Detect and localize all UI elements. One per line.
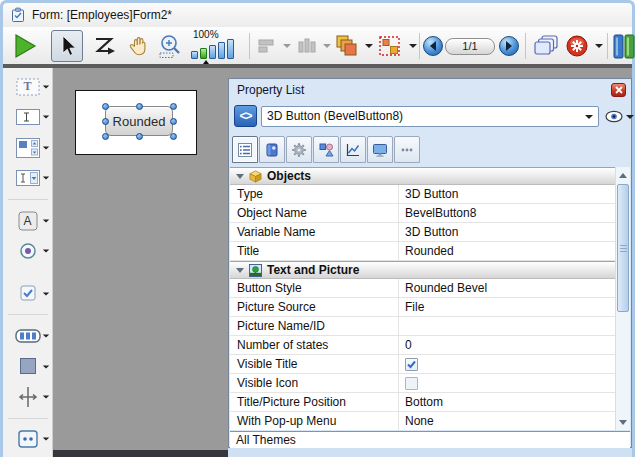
form-pages-button[interactable] (530, 30, 562, 62)
chevron-down-icon[interactable] (42, 250, 48, 253)
sidebar-tool-listbox[interactable] (5, 135, 51, 160)
property-value[interactable]: 3D Button (398, 185, 615, 203)
distribute-button-disabled (295, 30, 319, 62)
chevron-down-icon[interactable] (42, 85, 48, 88)
zoom-bars-icon[interactable] (191, 39, 234, 59)
sidebar-tool-plugin[interactable] (5, 426, 51, 451)
property-value[interactable] (398, 355, 615, 373)
section-header[interactable]: Text and Picture (230, 261, 615, 279)
selection-handle-e[interactable] (170, 118, 177, 125)
property-tab-more[interactable] (394, 136, 420, 163)
disclosure-triangle-icon[interactable] (236, 268, 244, 273)
picture-icon (249, 264, 262, 277)
layers-button[interactable] (333, 30, 361, 62)
property-tab-shapes[interactable] (313, 136, 339, 163)
property-value[interactable]: Bottom (398, 393, 615, 411)
sidebar-tool-radio[interactable] (5, 238, 51, 263)
property-value[interactable]: Rounded (398, 242, 615, 260)
property-tab-book[interactable] (259, 136, 285, 163)
property-row: TitleRounded (230, 242, 615, 261)
zoom-bar-3[interactable] (209, 45, 216, 59)
previous-page-button[interactable] (423, 36, 443, 56)
object-nav-button[interactable]: <> (234, 105, 257, 127)
chevron-down-icon[interactable] (42, 146, 48, 149)
property-value[interactable]: 3D Button (398, 223, 615, 241)
sidebar-tool-combo[interactable] (5, 165, 51, 190)
sidebar-tool-button[interactable]: A (5, 208, 51, 233)
property-list-titlebar[interactable]: Property List (229, 79, 631, 101)
property-value[interactable]: 0 (398, 336, 615, 354)
library-button[interactable] (612, 30, 635, 62)
sidebar-tool-checkbox[interactable] (5, 281, 51, 306)
chevron-down-icon[interactable] (42, 292, 48, 295)
pointer-tool-button[interactable] (51, 30, 83, 62)
selection-handle-w[interactable] (102, 118, 109, 125)
combo-dropdown-icon[interactable] (585, 115, 593, 119)
property-tab-gear[interactable] (286, 136, 312, 163)
hand-tool-button[interactable] (123, 30, 155, 62)
zoom-bar-5[interactable] (227, 39, 234, 59)
view-options-button[interactable] (605, 110, 634, 123)
splitter-tool-icon (18, 386, 38, 408)
selection-handle-n[interactable] (136, 103, 143, 110)
form-canvas[interactable]: Rounded (75, 90, 197, 155)
zoom-bar-4[interactable] (218, 42, 225, 59)
selection-handle-sw[interactable] (102, 133, 109, 140)
group-dropdown-icon[interactable] (409, 44, 417, 48)
selection-handle-nw[interactable] (102, 103, 109, 110)
chevron-down-icon[interactable] (42, 335, 48, 338)
group-button[interactable] (375, 30, 405, 62)
sidebar-tool-splitter[interactable] (5, 384, 51, 409)
zoom-level-widget[interactable]: 100% (191, 29, 245, 64)
run-form-button[interactable] (9, 30, 41, 62)
sidebar-tool-rectangle[interactable] (5, 354, 51, 379)
chevron-down-icon[interactable] (42, 365, 48, 368)
titlebar[interactable]: Form: [Employees]Form2* (3, 3, 632, 27)
property-value[interactable]: BevelButton8 (398, 204, 615, 222)
next-page-button[interactable] (499, 36, 519, 56)
bevel-button-object[interactable]: Rounded (105, 106, 173, 136)
section-header[interactable]: Objects (230, 167, 615, 185)
theme-filter-bar[interactable]: All Themes (230, 431, 630, 448)
sidebar-tool-segmented[interactable] (5, 323, 51, 348)
checkbox-tool-icon (19, 284, 37, 302)
entry-order-tool-button[interactable] (89, 30, 121, 62)
property-value[interactable] (398, 317, 615, 335)
checkbox-checked-icon[interactable] (405, 358, 418, 371)
chevron-down-icon[interactable] (42, 177, 48, 180)
layers-dropdown-icon[interactable] (365, 44, 373, 48)
section-label: Text and Picture (267, 263, 359, 277)
scrollbar[interactable] (615, 167, 630, 430)
section-label: Objects (267, 169, 311, 183)
chevron-down-icon[interactable] (42, 219, 48, 222)
chevron-down-icon[interactable] (42, 116, 48, 119)
property-value[interactable] (398, 374, 615, 392)
chevron-down-icon[interactable] (42, 438, 48, 441)
property-tab-chart[interactable] (340, 136, 366, 163)
zoom-bar-1[interactable] (191, 51, 198, 59)
property-value[interactable]: None (398, 412, 615, 430)
selection-handle-ne[interactable] (170, 103, 177, 110)
zoom-bar-current[interactable] (200, 48, 207, 59)
chevron-down-icon[interactable] (42, 395, 48, 398)
checkbox-unchecked-icon[interactable] (405, 377, 418, 390)
property-tab-list[interactable] (232, 136, 258, 163)
property-row: Title/Picture PositionBottom (230, 393, 615, 412)
selection-handle-se[interactable] (170, 133, 177, 140)
object-selector-combo[interactable]: 3D Button (BevelButton8) (261, 106, 599, 127)
sidebar-tool-text[interactable]: T (5, 74, 51, 99)
settings-dropdown-icon[interactable] (595, 44, 603, 48)
disclosure-triangle-icon[interactable] (236, 174, 244, 179)
property-value[interactable]: Rounded Bevel (398, 279, 615, 297)
sidebar-tool-input[interactable] (5, 104, 51, 129)
scrollbar-thumb[interactable] (617, 184, 629, 312)
property-value[interactable]: File (398, 298, 615, 316)
close-button[interactable] (611, 83, 626, 97)
property-tab-monitor[interactable] (367, 136, 393, 163)
selection-handle-s[interactable] (136, 133, 143, 140)
scroll-up-icon[interactable] (616, 168, 630, 182)
zoom-tool-button[interactable] (155, 30, 187, 62)
scroll-down-icon[interactable] (616, 415, 630, 429)
eye-dropdown-icon[interactable] (626, 115, 634, 119)
settings-button[interactable] (563, 30, 591, 62)
